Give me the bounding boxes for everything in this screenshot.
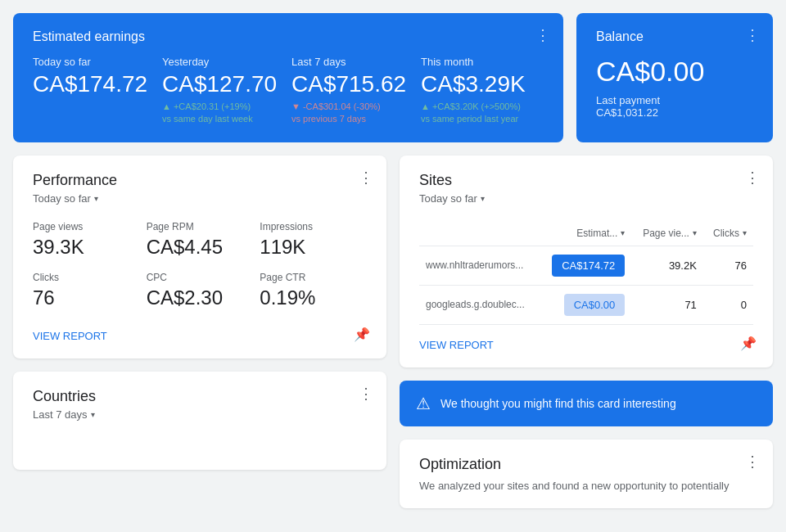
performance-metric-value-5: 0.19% bbox=[260, 286, 367, 309]
earnings-item-value-0: CA$174.72 bbox=[33, 71, 156, 97]
performance-pin-icon[interactable]: 📌 bbox=[354, 327, 370, 342]
sites-row-0-site: www.nhltraderumors... bbox=[419, 246, 540, 285]
sites-menu-button[interactable]: ⋮ bbox=[745, 169, 760, 187]
sites-col-pageviews: Page vie... ▾ bbox=[631, 221, 703, 246]
performance-metric-1: Page RPMCA$4.45 bbox=[147, 221, 254, 259]
earnings-item-3: This monthCA$3.29K▲ +CA$3.20K (+>500%) v… bbox=[421, 56, 544, 126]
performance-metrics-grid: Page views39.3KPage RPMCA$4.45Impression… bbox=[33, 221, 367, 309]
performance-metric-2: Impressions119K bbox=[260, 221, 367, 259]
countries-card-title: Countries bbox=[33, 388, 367, 405]
performance-period-selector[interactable]: Today so far ▾ bbox=[33, 192, 367, 205]
earnings-item-label-1: Yesterday bbox=[162, 56, 285, 68]
sites-col-site bbox=[419, 221, 540, 246]
sites-col-estimated: Estimat... ▾ bbox=[540, 221, 632, 246]
performance-metric-value-4: CA$2.30 bbox=[147, 286, 254, 309]
optimization-card-title: Optimization bbox=[419, 456, 753, 473]
earnings-item-label-2: Last 7 days bbox=[291, 56, 414, 68]
earnings-item-2: Last 7 daysCA$715.62▼ -CA$301.04 (-30%) … bbox=[291, 56, 414, 126]
countries-period-label: Last 7 days bbox=[33, 408, 88, 421]
performance-metric-value-2: 119K bbox=[260, 236, 367, 259]
earnings-item-label-0: Today so far bbox=[33, 56, 156, 68]
performance-period-arrow: ▾ bbox=[94, 194, 98, 203]
earnings-menu-button[interactable]: ⋮ bbox=[535, 26, 550, 44]
sites-pin-icon[interactable]: 📌 bbox=[740, 336, 757, 351]
performance-metric-value-1: CA$4.45 bbox=[147, 236, 254, 259]
countries-period-selector[interactable]: Last 7 days ▾ bbox=[33, 408, 367, 421]
performance-metric-label-4: CPC bbox=[147, 272, 254, 283]
earnings-item-value-1: CA$127.70 bbox=[162, 71, 285, 97]
countries-card: ⋮ Countries Last 7 days ▾ bbox=[13, 372, 386, 470]
countries-period-arrow: ▾ bbox=[91, 410, 95, 419]
earnings-item-change-3: ▲ +CA$3.20K (+>500%) vs same period last… bbox=[421, 101, 544, 126]
earnings-grid: Today so farCA$174.72YesterdayCA$127.70▲… bbox=[33, 56, 544, 126]
sites-period-selector[interactable]: Today so far ▾ bbox=[419, 192, 753, 205]
sites-pageviews-arrow: ▾ bbox=[693, 228, 697, 237]
sites-row-1-pageviews: 71 bbox=[631, 285, 703, 324]
sites-col-clicks: Clicks ▾ bbox=[703, 221, 753, 246]
sites-estimated-header[interactable]: Estimat... ▾ bbox=[576, 228, 625, 239]
sites-row-1-clicks: 0 bbox=[703, 285, 753, 324]
performance-metric-0: Page views39.3K bbox=[33, 221, 140, 259]
sites-period-arrow: ▾ bbox=[481, 194, 485, 203]
sites-row-1-site: googleads.g.doublec... bbox=[419, 285, 540, 324]
earnings-item-change-2: ▼ -CA$301.04 (-30%) vs previous 7 days bbox=[291, 101, 414, 126]
sites-row-0-estimated: CA$174.72 bbox=[540, 246, 632, 285]
table-row: www.nhltraderumors...CA$174.7239.2K76 bbox=[419, 246, 753, 285]
balance-value: CA$0.00 bbox=[596, 56, 753, 88]
notification-text: We thought you might find this card inte… bbox=[440, 397, 676, 410]
optimization-menu-button[interactable]: ⋮ bbox=[745, 453, 760, 471]
sites-card: ⋮ Sites Today so far ▾ Estimat... ▾ bbox=[400, 156, 773, 367]
performance-menu-button[interactable]: ⋮ bbox=[359, 169, 373, 187]
performance-metric-label-2: Impressions bbox=[260, 221, 367, 232]
performance-metric-label-5: Page CTR bbox=[260, 272, 367, 283]
optimization-subtitle: We analyzed your sites and found a new o… bbox=[419, 480, 753, 492]
sites-clicks-header[interactable]: Clicks ▾ bbox=[713, 228, 747, 239]
sites-card-title: Sites bbox=[419, 172, 753, 189]
countries-menu-button[interactable]: ⋮ bbox=[359, 385, 373, 403]
sites-view-report-link[interactable]: VIEW REPORT bbox=[419, 339, 494, 351]
sites-period-label: Today so far bbox=[419, 192, 477, 205]
notification-card: ⚠ We thought you might find this card in… bbox=[400, 381, 773, 426]
sites-clicks-arrow: ▾ bbox=[743, 228, 747, 237]
performance-metric-label-0: Page views bbox=[33, 221, 140, 232]
earnings-item-change-1: ▲ +CA$20.31 (+19%) vs same day last week bbox=[162, 101, 285, 126]
sites-row-1-estimated: CA$0.00 bbox=[540, 285, 632, 324]
notification-icon: ⚠ bbox=[416, 394, 431, 413]
table-row: googleads.g.doublec...CA$0.00710 bbox=[419, 285, 753, 324]
earnings-item-1: YesterdayCA$127.70▲ +CA$20.31 (+19%) vs … bbox=[162, 56, 285, 126]
performance-metric-label-1: Page RPM bbox=[147, 221, 254, 232]
balance-card: ⋮ Balance CA$0.00 Last payment CA$1,031.… bbox=[576, 13, 773, 142]
sites-estimated-arrow: ▾ bbox=[621, 228, 625, 237]
balance-payment-value: CA$1,031.22 bbox=[596, 106, 753, 119]
earnings-item-0: Today so farCA$174.72 bbox=[33, 56, 156, 126]
performance-metric-value-3: 76 bbox=[33, 286, 140, 309]
performance-metric-value-0: 39.3K bbox=[33, 236, 140, 259]
sites-row-0-pageviews: 39.2K bbox=[631, 246, 703, 285]
sites-row-0-clicks: 76 bbox=[703, 246, 753, 285]
earnings-item-label-3: This month bbox=[421, 56, 544, 68]
performance-metric-4: CPCCA$2.30 bbox=[147, 272, 254, 309]
sites-pageviews-header[interactable]: Page vie... ▾ bbox=[643, 228, 697, 239]
earnings-card: ⋮ Estimated earnings Today so farCA$174.… bbox=[13, 13, 563, 142]
sites-table-header: Estimat... ▾ Page vie... ▾ bbox=[419, 221, 753, 246]
performance-card: ⋮ Performance Today so far ▾ Page views3… bbox=[13, 156, 386, 358]
earnings-item-value-3: CA$3.29K bbox=[421, 71, 544, 97]
earnings-card-title: Estimated earnings bbox=[33, 29, 544, 44]
balance-payment-label: Last payment bbox=[596, 94, 753, 106]
balance-card-title: Balance bbox=[596, 29, 753, 44]
performance-metric-3: Clicks76 bbox=[33, 272, 140, 309]
earnings-item-value-2: CA$715.62 bbox=[291, 71, 414, 97]
balance-menu-button[interactable]: ⋮ bbox=[745, 26, 760, 44]
performance-metric-5: Page CTR0.19% bbox=[260, 272, 367, 309]
performance-view-report-link[interactable]: VIEW REPORT bbox=[33, 330, 107, 342]
performance-card-title: Performance bbox=[33, 172, 367, 189]
sites-table: Estimat... ▾ Page vie... ▾ bbox=[419, 221, 753, 325]
performance-metric-label-3: Clicks bbox=[33, 272, 140, 283]
performance-period-label: Today so far bbox=[33, 192, 91, 205]
optimization-card: ⋮ Optimization We analyzed your sites an… bbox=[400, 440, 773, 508]
